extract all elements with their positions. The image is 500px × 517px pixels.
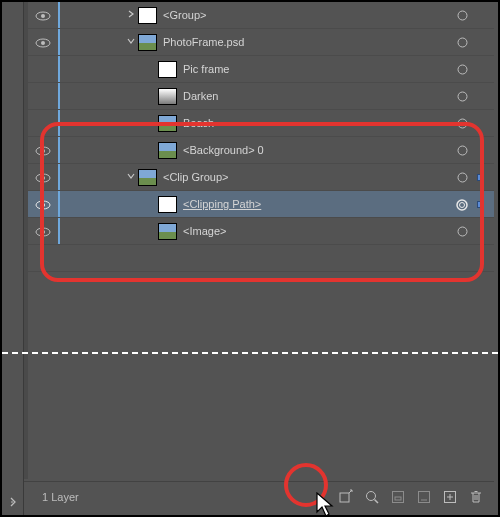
svg-rect-25	[395, 497, 401, 500]
layers-panel: <Group> PhotoFrame.psd Pic frame	[2, 2, 498, 515]
layer-row-group[interactable]: <Group>	[28, 2, 494, 29]
layer-row-darken[interactable]: Darken	[28, 83, 494, 110]
make-clipping-mask-button[interactable]	[390, 489, 406, 505]
panel-collapse-chevron[interactable]	[2, 493, 24, 515]
target-icon[interactable]	[454, 197, 470, 210]
svg-point-7	[458, 92, 467, 101]
layer-label: <Clip Group>	[163, 171, 454, 183]
panel-divider-dashed	[2, 352, 498, 354]
svg-point-20	[41, 230, 45, 234]
svg-point-2	[458, 11, 467, 20]
svg-point-17	[457, 200, 467, 210]
target-icon[interactable]	[454, 63, 470, 76]
selection-square[interactable]	[472, 198, 488, 210]
layer-label: PhotoFrame.psd	[163, 36, 454, 48]
layer-thumbnail	[158, 88, 177, 105]
layer-row-photoframe[interactable]: PhotoFrame.psd	[28, 29, 494, 56]
svg-point-6	[458, 65, 467, 74]
target-icon[interactable]	[454, 171, 470, 184]
locate-object-button[interactable]	[338, 489, 354, 505]
layer-row-image[interactable]: <Image>	[28, 218, 494, 245]
layer-tree: <Group> PhotoFrame.psd Pic frame	[28, 2, 494, 272]
panel-left-rail	[2, 2, 24, 515]
svg-point-5	[458, 38, 467, 47]
svg-point-13	[41, 176, 45, 180]
visibility-icon[interactable]	[28, 198, 58, 210]
visibility-icon[interactable]	[28, 9, 58, 21]
chevron-right-icon[interactable]	[124, 10, 138, 20]
target-icon[interactable]	[454, 90, 470, 103]
selection-square[interactable]	[472, 171, 488, 183]
layer-label: Pic frame	[183, 63, 454, 75]
layer-thumbnail	[158, 142, 177, 159]
layer-label: <Clipping Path>	[183, 198, 454, 210]
target-icon[interactable]	[454, 9, 470, 22]
panel-footer: 1 Layer	[24, 481, 494, 511]
layer-thumbnail	[158, 223, 177, 240]
layer-row-picframe[interactable]: Pic frame	[28, 56, 494, 83]
layer-thumbnail	[138, 7, 157, 24]
layer-row-background[interactable]: <Background> 0	[28, 137, 494, 164]
layer-label: <Image>	[183, 225, 454, 237]
chevron-down-icon[interactable]	[124, 37, 138, 47]
layer-thumbnail	[158, 61, 177, 78]
layer-row-clipgroup[interactable]: <Clip Group>	[28, 164, 494, 191]
svg-point-8	[458, 119, 467, 128]
empty-row	[28, 245, 494, 272]
layer-label: <Group>	[163, 9, 454, 21]
visibility-icon[interactable]	[28, 36, 58, 48]
svg-point-11	[458, 146, 467, 155]
new-layer-button[interactable]	[442, 489, 458, 505]
svg-point-18	[460, 202, 465, 207]
new-sublayer-button[interactable]	[416, 489, 432, 505]
visibility-icon[interactable]	[28, 171, 58, 183]
layer-row-beach[interactable]: Beach	[28, 110, 494, 137]
svg-point-4	[41, 41, 45, 45]
svg-point-1	[41, 14, 45, 18]
visibility-icon[interactable]	[28, 225, 58, 237]
svg-point-23	[367, 491, 376, 500]
visibility-icon[interactable]	[28, 144, 58, 156]
svg-point-10	[41, 149, 45, 153]
delete-button[interactable]	[468, 489, 484, 505]
layer-thumbnail	[138, 34, 157, 51]
svg-point-14	[458, 173, 467, 182]
layer-thumbnail	[158, 196, 177, 213]
layer-row-clippingpath[interactable]: <Clipping Path>	[28, 191, 494, 218]
layer-label: <Background> 0	[183, 144, 454, 156]
layer-count-label: 1 Layer	[42, 491, 338, 503]
layer-thumbnail	[138, 169, 157, 186]
svg-point-21	[458, 227, 467, 236]
svg-rect-26	[419, 491, 430, 502]
layer-thumbnail	[158, 115, 177, 132]
target-icon[interactable]	[454, 144, 470, 157]
find-object-button[interactable]	[364, 489, 380, 505]
target-icon[interactable]	[454, 117, 470, 130]
target-icon[interactable]	[454, 225, 470, 238]
target-icon[interactable]	[454, 36, 470, 49]
chevron-down-icon[interactable]	[124, 172, 138, 182]
svg-point-16	[41, 203, 45, 207]
svg-rect-22	[340, 493, 349, 502]
layer-label: Beach	[183, 117, 454, 129]
layer-label: Darken	[183, 90, 454, 102]
